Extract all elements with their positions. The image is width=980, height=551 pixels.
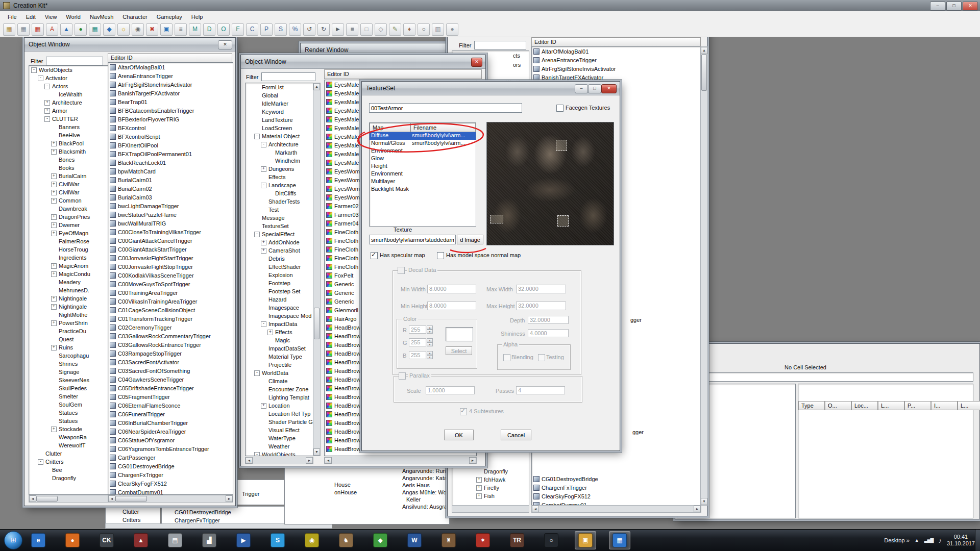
toolbar-icon[interactable]: ↺ [303,23,315,36]
scroll-right-icon[interactable]: ► [226,495,233,502]
tree-item[interactable]: ImpactDataSet [246,344,313,353]
tree-item[interactable]: - Material Object [246,132,313,140]
tree-expander-icon[interactable]: - [254,232,260,237]
map-column-header[interactable]: Map [370,123,410,132]
tree-item[interactable]: + Fish [476,492,527,500]
tree-expander-icon[interactable]: + [51,345,57,350]
toolbar-icon[interactable]: % [289,23,301,36]
tree-item[interactable]: - Landscape [246,181,313,189]
list-hscrollbar[interactable]: ◄ ► [108,495,233,503]
tree-expander-icon[interactable]: + [51,271,57,277]
tree-expander-icon[interactable]: + [51,173,57,179]
decal-data-checkbox[interactable] [398,267,405,274]
editor-id-row[interactable]: CombatDummy01 [108,488,233,495]
tree-expander-icon[interactable]: + [476,485,482,491]
menu-item[interactable]: View [40,13,62,21]
editor-id-row[interactable]: ArenaEntranceTrigger [532,56,701,64]
tree-expander-icon[interactable]: + [51,296,57,302]
close-icon[interactable]: ✕ [471,58,482,67]
taskbar-app-button[interactable]: TR [506,531,528,549]
tree-expander-icon[interactable]: + [51,182,57,187]
tree-item[interactable]: Dragonfly [476,467,527,475]
editor-id-row[interactable]: BFXTrapOilPoolPermanent01 [108,149,233,158]
tree-expander-icon[interactable]: - [38,459,43,465]
parallax-scale-field[interactable]: 1.0000 [426,386,475,394]
toolbar-icon[interactable]: ▦ [3,23,15,36]
toolbar-icon[interactable]: ▥ [432,23,444,36]
tree-expander-icon[interactable]: + [51,263,57,269]
object-window-middle-titlebar[interactable]: Object Window ✕ [241,55,485,69]
editor-id-row[interactable]: ChargenFxTrigger [108,470,233,479]
list-hscrollbar[interactable]: ◄ ► [531,505,701,513]
scroll-left-icon[interactable]: ◄ [532,506,539,512]
tree-item[interactable]: + Effects [246,328,313,336]
menu-item[interactable]: Help [187,13,208,21]
toolbar-icon[interactable]: ♦ [403,23,415,36]
toolbar-icon[interactable]: ▦ [32,23,44,36]
tree-item[interactable]: Visual Effect [246,426,313,434]
depth-field[interactable]: 32.0000 [528,316,569,324]
editor-id-row[interactable]: BanishTargetFXActivator [532,73,701,82]
menu-item[interactable]: File [3,13,21,21]
tree-item[interactable]: Lighting Templat [246,393,313,402]
editor-id-row[interactable]: BurialCairn02 [108,184,233,193]
tree-item[interactable]: Global [246,91,313,99]
tree-item[interactable]: IdleMarker [246,99,313,108]
min-height-field[interactable]: 8.0000 [427,302,476,310]
tree-expander-icon[interactable]: - [254,370,260,376]
editor-id-row[interactable]: BurialCairn03 [108,193,233,202]
toolbar-icon[interactable]: ◆ [103,23,115,36]
tree-hscrollbar[interactable]: ◄ ► [245,457,313,464]
editor-id-row[interactable]: C01CageSceneCollisionObject [108,306,233,314]
tree-item[interactable]: + Dungeons [246,165,313,173]
maximize-icon[interactable]: □ [946,2,962,11]
hidden-icons-button[interactable]: ▲ [915,538,919,543]
toolbar-icon[interactable]: ▣ [160,23,173,36]
taskbar-app-button[interactable]: S [267,531,288,549]
tree-expander-icon[interactable]: + [51,222,57,228]
tree-item[interactable]: ShaderTests [246,197,313,206]
tree-item[interactable]: Imagespace [246,304,313,312]
tree-item[interactable]: WaterType [246,434,313,442]
filename-column-header[interactable]: Filename [410,123,476,132]
editor-id-row[interactable]: bwcLightDamageTrigger [108,202,233,210]
tree-scrollbar[interactable]: ▲ ▼ [313,83,321,456]
editor-id-row[interactable]: C02CeremonyTrigger [108,323,233,332]
scroll-right-icon[interactable]: ► [469,457,476,464]
texture-map-row[interactable]: Multilayer [370,178,476,186]
menu-item[interactable]: World [61,13,85,21]
toolbar-icon[interactable]: ☼ [117,23,130,36]
toolbar-icon[interactable]: P [260,23,273,36]
toolbar-icon[interactable]: O [217,23,230,36]
tree-item[interactable]: Magic [246,336,313,344]
editor-id-header[interactable]: Editor ID [108,53,232,63]
close-icon[interactable]: ✕ [963,2,978,11]
parallax-passes-field[interactable]: 4 [516,386,565,394]
tree-item[interactable]: - ImpactData [246,320,313,328]
cancel-button[interactable]: Cancel [501,430,531,440]
texture-map-row[interactable]: Diffuse smurf\body\ylvi\arm... [370,132,476,140]
toolbar-icon[interactable]: □ [360,23,373,36]
editor-id-row[interactable]: C06StatueOfYsgramor [108,436,233,444]
close-icon[interactable]: ✕ [601,84,617,93]
category-tree-pane[interactable]: FormList Global IdleMarker Keyword [245,83,313,456]
editor-id-row[interactable]: C00KodlakVilkasSceneTrigger [108,271,233,280]
tree-expander-icon[interactable]: + [51,190,57,195]
editor-id-row[interactable]: C06FuneralTrigger [108,410,233,418]
tree-item[interactable]: LoadScreen [246,124,313,132]
tree-expander-icon[interactable]: + [51,214,57,220]
taskbar-app-button[interactable]: ▦ [609,531,630,549]
tree-item[interactable]: + Firefly [476,484,527,492]
tree-item[interactable]: TextureSet [246,222,313,230]
network-icon[interactable]: ▃▅▇ [924,538,934,543]
tree-expander-icon[interactable]: - [254,134,260,139]
editor-id-row[interactable]: AltarOfMolagBal01 [108,63,233,71]
editor-id-row[interactable]: ArenaEntranceTrigger [108,71,233,80]
ok-button[interactable]: OK [444,430,474,440]
tree-item[interactable]: + Location [246,402,313,410]
minimize-icon[interactable]: – [575,84,588,93]
blue-field[interactable]: 255 [409,351,426,359]
has-specular-checkbox[interactable] [371,252,378,259]
tree-expander-icon[interactable]: + [261,240,266,245]
tree-item[interactable]: Hazard [246,295,313,304]
